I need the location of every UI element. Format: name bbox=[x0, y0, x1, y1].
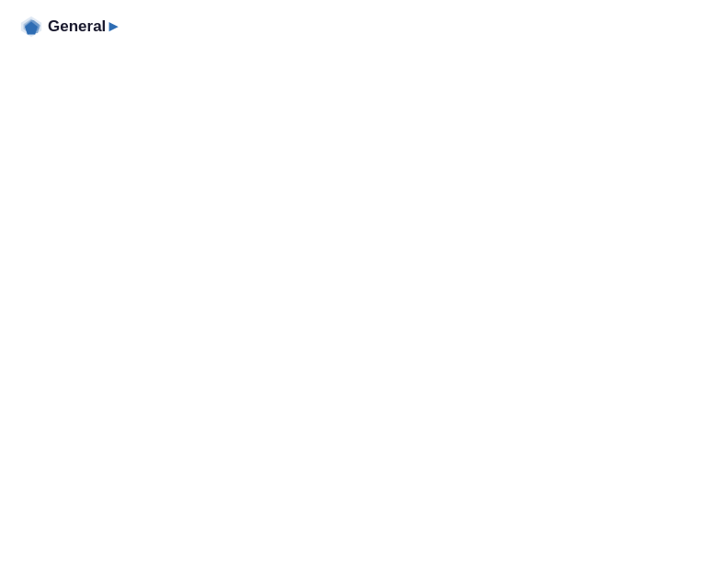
logo-text: General► bbox=[48, 18, 121, 36]
calendar-body bbox=[18, 47, 710, 554]
header: General► bbox=[18, 14, 710, 40]
logo-icon bbox=[18, 14, 44, 40]
logo: General► bbox=[18, 14, 121, 40]
page: General► bbox=[0, 0, 728, 563]
calendar bbox=[18, 47, 710, 554]
